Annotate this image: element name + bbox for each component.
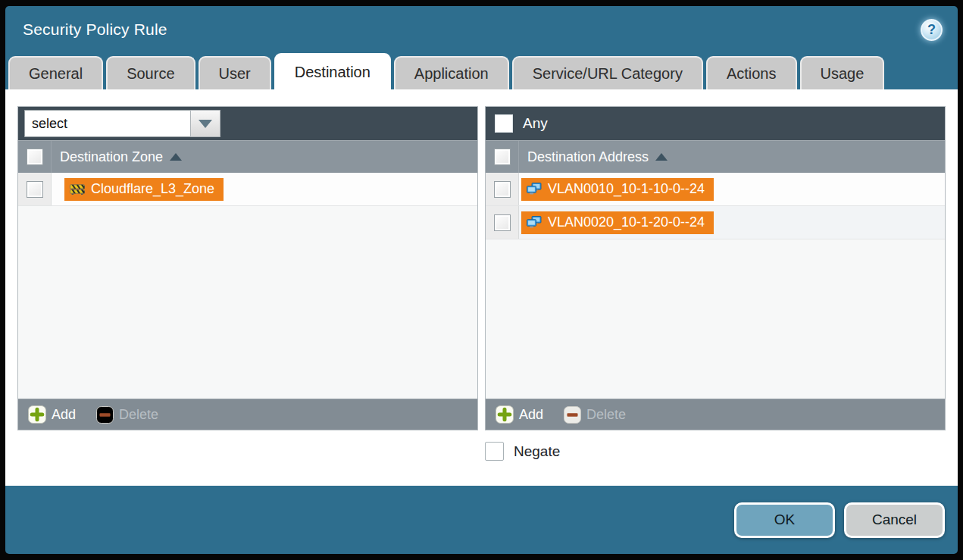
address-row-checkbox[interactable] xyxy=(494,181,511,198)
security-policy-rule-dialog: Security Policy Rule ? General Source Us… xyxy=(5,6,958,554)
address-chip[interactable]: VLAN0020_10-1-20-0--24 xyxy=(521,211,714,234)
address-row[interactable]: VLAN0020_10-1-20-0--24 xyxy=(486,206,945,239)
tab-content: Destination Zone xyxy=(5,89,958,486)
tab-usage[interactable]: Usage xyxy=(800,56,885,89)
tab-actions[interactable]: Actions xyxy=(706,56,797,89)
address-icon xyxy=(527,216,542,229)
address-select-all-checkbox[interactable] xyxy=(494,149,511,165)
tab-user[interactable]: User xyxy=(199,56,271,89)
tab-source[interactable]: Source xyxy=(106,56,195,89)
address-add-button[interactable]: Add xyxy=(496,405,543,424)
chevron-down-icon xyxy=(199,120,212,128)
add-plus-icon xyxy=(28,405,46,424)
zone-select-dropdown-button[interactable] xyxy=(190,110,220,137)
zone-chip[interactable]: Cloudflare_L3_Zone xyxy=(64,178,224,201)
cancel-button[interactable]: Cancel xyxy=(844,502,945,538)
zone-add-button[interactable]: Add xyxy=(28,405,76,424)
address-chip[interactable]: VLAN0010_10-1-10-0--24 xyxy=(521,178,714,201)
address-icon xyxy=(527,183,542,196)
zone-select-combo xyxy=(24,110,220,137)
any-label: Any xyxy=(523,115,548,132)
zone-row-checkbox[interactable] xyxy=(27,181,43,198)
address-delete-label: Delete xyxy=(586,407,626,423)
address-row[interactable]: VLAN0010_10-1-10-0--24 xyxy=(486,173,945,206)
zone-column-label: Destination Zone xyxy=(60,149,163,165)
tab-service-url-category[interactable]: Service/URL Category xyxy=(512,56,703,89)
zone-list: Cloudflare_L3_Zone xyxy=(18,173,477,399)
destination-zone-panel: Destination Zone xyxy=(17,106,478,430)
zone-icon xyxy=(70,183,85,196)
dialog-title: Security Policy Rule xyxy=(23,20,167,39)
delete-minus-icon xyxy=(564,406,581,424)
negate-checkbox[interactable] xyxy=(485,442,504,461)
any-checkbox[interactable] xyxy=(495,114,513,133)
address-column-header[interactable]: Destination Address xyxy=(486,140,945,173)
address-toolbar: Any xyxy=(486,107,945,140)
address-column-label: Destination Address xyxy=(527,149,649,165)
zone-select-input[interactable] xyxy=(24,110,190,137)
zone-row[interactable]: Cloudflare_L3_Zone xyxy=(18,173,477,206)
help-icon[interactable]: ? xyxy=(921,19,943,41)
zone-row-label: Cloudflare_L3_Zone xyxy=(91,181,214,197)
dialog-footer: OK Cancel xyxy=(5,486,958,554)
tab-bar: General Source User Destination Applicat… xyxy=(5,53,958,89)
zone-select-all-checkbox[interactable] xyxy=(27,149,43,165)
address-add-label: Add xyxy=(519,407,543,423)
address-row-label: VLAN0010_10-1-10-0--24 xyxy=(548,181,705,197)
zone-add-label: Add xyxy=(52,407,76,423)
address-footer: Add Delete xyxy=(486,399,945,430)
zone-delete-button[interactable]: Delete xyxy=(96,406,158,424)
tab-general[interactable]: General xyxy=(8,56,103,89)
negate-row: Negate xyxy=(17,442,946,461)
ok-button[interactable]: OK xyxy=(734,502,835,538)
zone-footer: Add Delete xyxy=(18,399,477,430)
zone-delete-label: Delete xyxy=(119,407,158,423)
destination-address-panel: Any Destination Address xyxy=(485,106,946,430)
address-list: VLAN0010_10-1-10-0--24 xyxy=(486,173,945,399)
delete-minus-icon xyxy=(96,406,114,424)
titlebar: Security Policy Rule ? xyxy=(5,6,958,53)
tab-application[interactable]: Application xyxy=(394,56,509,89)
zone-toolbar xyxy=(18,107,477,140)
address-row-checkbox[interactable] xyxy=(494,214,511,231)
negate-label: Negate xyxy=(514,443,560,460)
address-delete-button[interactable]: Delete xyxy=(564,406,626,424)
zone-column-header[interactable]: Destination Zone xyxy=(18,140,477,173)
address-row-label: VLAN0020_10-1-20-0--24 xyxy=(548,214,705,230)
sort-ascending-icon xyxy=(655,153,668,161)
sort-ascending-icon xyxy=(170,153,182,161)
add-plus-icon xyxy=(496,405,514,424)
tab-destination[interactable]: Destination xyxy=(274,53,391,89)
